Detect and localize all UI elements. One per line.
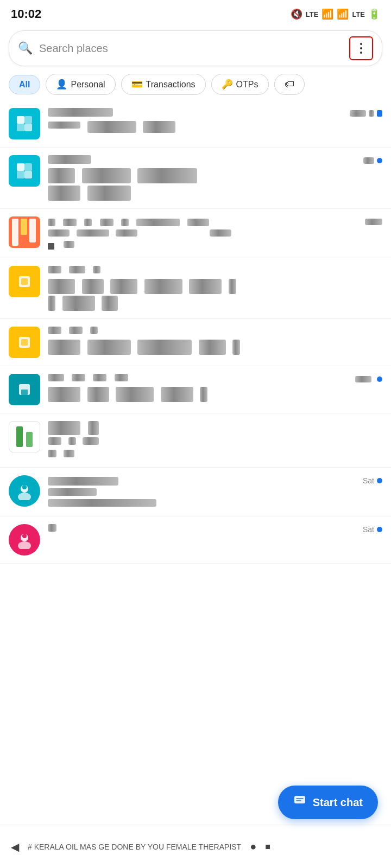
sender-name [48,524,56,535]
avatar [9,108,40,139]
tab-personal-label: Personal [71,80,105,90]
list-item[interactable] [0,258,391,319]
wifi-icon: 📶 [321,8,333,20]
avatar [9,155,40,187]
message-content: Sat [48,524,382,537]
list-item[interactable] [0,100,391,148]
svg-rect-11 [21,339,28,346]
avatar [9,327,40,358]
message-time [350,110,382,117]
tab-transactions-label: Transactions [146,80,195,90]
list-item[interactable] [0,413,391,468]
lte2-icon: LTE [352,10,365,18]
sender-name [48,155,91,166]
nav-square-icon: ■ [265,842,270,852]
list-item[interactable] [0,148,391,209]
tab-more[interactable]: 🏷 [274,74,305,95]
message-content [48,421,382,459]
message-preview-2 [48,186,382,201]
message-list: Sat [0,100,391,564]
time-label: Sat [363,525,374,534]
message-preview [48,488,382,497]
signal-icon: 📶 [337,8,349,20]
message-content [48,216,382,250]
message-preview [48,279,382,294]
message-preview-2 [48,296,382,311]
message-time: Sat [363,476,382,485]
sender-name [48,108,113,119]
search-icon: 🔍 [18,41,33,55]
avatar [9,421,40,452]
lte-icon: LTE [306,10,319,18]
svg-rect-6 [17,171,24,178]
message-time [365,219,382,225]
tab-personal[interactable]: 👤 Personal [46,74,115,95]
sender-name [48,327,98,337]
tab-otps[interactable]: 🔑 OTPs [211,74,269,95]
sender-name [48,216,209,227]
label-icon: 🏷 [285,79,294,90]
bottom-bar-text: # KERALA OIL MAS GE DONE BY YOU FEMALE T… [28,843,241,851]
message-preview [48,387,382,402]
start-chat-button[interactable]: Start chat [278,786,378,819]
svg-rect-2 [17,124,24,131]
svg-point-15 [18,493,31,500]
search-bar[interactable]: 🔍 Search places [9,30,382,66]
list-item[interactable] [0,366,391,413]
list-item[interactable] [0,319,391,366]
filter-tabs: All 👤 Personal 💳 Transactions 🔑 OTPs 🏷 [0,72,391,100]
svg-point-18 [18,541,31,549]
message-preview-2 [48,499,382,508]
avatar [9,374,40,405]
list-item[interactable]: Sat [0,516,391,564]
avatar [9,216,40,248]
time-label: Sat [363,476,374,485]
more-options-button[interactable] [349,36,373,60]
message-time: Sat [363,525,382,534]
status-time: 10:02 [11,7,41,21]
status-icons: 🔇 LTE 📶 📶 LTE 🔋 [291,8,380,20]
svg-rect-20 [294,796,305,803]
svg-rect-0 [17,116,24,124]
unread-indicator [377,527,382,532]
message-preview-2 [48,241,382,250]
message-preview [48,168,382,183]
nav-circle-icon: ● [250,840,256,853]
message-preview [48,121,382,133]
message-time [363,157,382,164]
more-dots-icon [360,43,362,54]
svg-rect-9 [21,278,28,285]
nav-back-icon[interactable]: ◀ [11,840,19,853]
svg-point-16 [22,485,27,489]
svg-rect-3 [24,124,32,131]
message-content [48,374,382,402]
tab-transactions[interactable]: 💳 Transactions [121,74,206,95]
avatar [9,524,40,556]
person-icon: 👤 [56,79,67,90]
svg-rect-1 [24,116,32,124]
message-content [48,108,382,133]
bottom-bar: ◀ # KERALA OIL MAS GE DONE BY YOU FEMALE… [0,825,391,868]
search-placeholder: Search places [39,42,343,55]
message-preview [48,340,382,355]
list-item[interactable] [0,209,391,258]
sender-name [48,374,128,385]
sender-name [48,266,100,277]
tab-all-label: All [19,80,30,90]
card-icon: 💳 [131,79,143,90]
svg-rect-5 [24,163,32,171]
sender-name [48,421,99,435]
message-content [48,327,382,355]
status-bar: 10:02 🔇 LTE 📶 📶 LTE 🔋 [0,0,391,26]
svg-rect-13 [21,390,28,395]
message-preview [48,229,382,239]
message-content [48,266,382,311]
svg-rect-4 [17,163,24,171]
chat-icon [293,794,306,810]
avatar [9,475,40,507]
key-icon: 🔑 [222,79,233,90]
svg-point-19 [22,534,27,538]
list-item[interactable]: Sat [0,468,391,516]
tab-all[interactable]: All [9,75,40,94]
message-content [48,155,382,201]
